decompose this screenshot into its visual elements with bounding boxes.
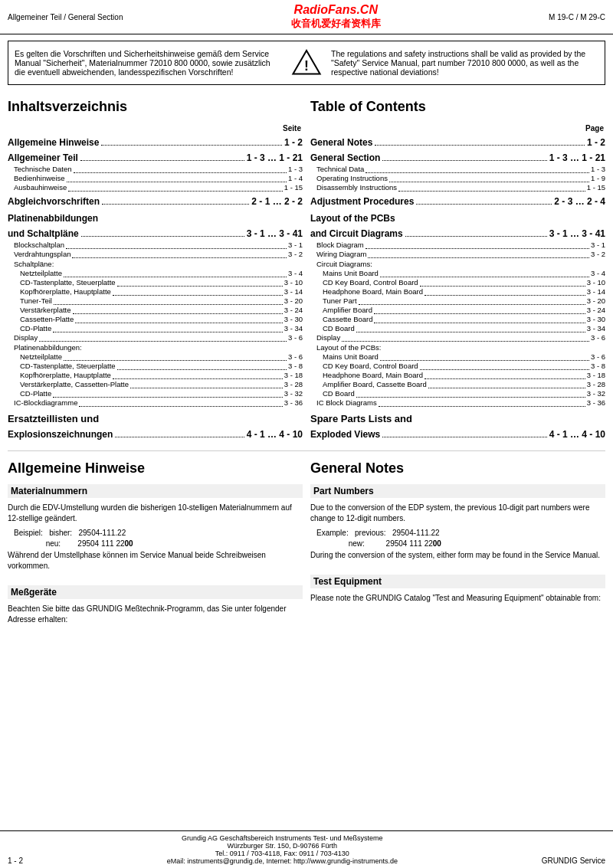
toc-entry: General Notes 1 - 2 [310,137,605,148]
content-para1-left: Durch die EDV-Umstellung wurden die bish… [8,503,303,524]
toc-entry-small: CD Key Board, Control Board 3 - 8 [323,362,605,370]
content-para3-left: Beachten Sie bitte das GRUNDIG Meßtechni… [8,604,303,625]
toc-page-label-right: Page [310,124,605,133]
footer-company: Grundig AG Geschäftsbereich Instruments … [23,834,542,842]
toc-entry-small: Ausbauhinweise 1 - 15 [14,183,303,192]
content-example-new-right: new: 29504 111 2200 [316,539,605,548]
content-subtitle2-right: Test Equipment [310,575,605,588]
toc-entry-small: Blockschaltplan 3 - 1 [14,241,303,249]
toc-entry-small: Tuner-Teil 3 - 20 [20,296,303,305]
toc-entry: and Circuit Diagrams 3 - 1 … 3 - 41 [310,228,605,239]
toc-section: Inhaltsverzeichnis Seite Allgemeine Hinw… [0,91,613,441]
content-column-left: Allgemeine Hinweise Materialnummern Durc… [8,460,303,630]
content-para2-left: Während der Umstellphase können im Servi… [8,550,303,572]
toc-entry: und Schaltpläne 3 - 1 … 3 - 41 [8,228,303,239]
content-subtitle1-left: Materialnummern [8,484,303,498]
toc-column-right: Table of Contents Page General Notes 1 -… [310,99,605,441]
toc-entry: Allgemeine Hinweise 1 - 2 [8,137,303,148]
toc-entry: Abgleichvorschriften 2 - 1 … 2 - 2 [8,196,303,207]
toc-entry-small: Block Diagram 3 - 1 [316,241,605,249]
content-example-new-left: neu: 29504 111 2200 [14,539,303,548]
toc-entry-small: Display 3 - 6 [14,333,303,342]
toc-entry-small: Kopfhörerplatte, Hauptplatte 3 - 14 [20,287,303,296]
toc-entry-small: Cassette Board 3 - 30 [323,315,605,323]
toc-entry-small: CD-Tastenplatte, Steuerplatte 3 - 8 [20,362,303,370]
section-divider [8,450,605,451]
toc-spare-heading: Ersatzteillisten und [8,413,303,424]
content-subtitle1-right: Part Numbers [310,484,605,498]
toc-entry-small: Amplifier Board, Cassette Board 3 - 28 [323,380,605,388]
toc-entry-small: IC Block Diagrams 3 - 36 [316,398,605,407]
page-footer: 1 - 2 Grundig AG Geschäftsbereich Instru… [0,830,613,868]
content-para1-right: Due to the conversion of the EDP system,… [310,503,605,524]
header-right: M 19-C / M 29-C [549,13,605,21]
toc-entry-small: Technical Data 1 - 3 [316,165,605,173]
warning-box: Es gelten die Vorschriften und Sicherhei… [8,41,605,85]
content-title-right: General Notes [310,460,605,477]
footer-tel: Tel.: 0911 / 703-4118, Fax: 0911 / 703-4… [23,850,542,857]
toc-entry-small: CD-Platte 3 - 34 [20,324,303,332]
toc-page-label-left: Seite [8,124,303,133]
toc-entry-small: CD Board 3 - 32 [323,389,605,398]
toc-entry-multiline1: Layout of the PCBs [310,213,605,224]
toc-entry: Adjustment Procedures 2 - 3 … 2 - 4 [310,196,605,207]
toc-entry-small: CD-Tastenplatte, Steuerplatte 3 - 10 [20,278,303,287]
content-subtitle2-left: Meßgeräte [8,585,303,599]
toc-entry-small: CD-Platte 3 - 32 [20,389,303,398]
toc-entry-small: Wiring Diagram 3 - 2 [316,250,605,258]
toc-entry-small: CD Board 3 - 34 [323,324,605,332]
toc-section-header: Schaltpläne: [14,260,303,268]
toc-entry: Allgemeiner Teil 1 - 3 … 1 - 21 [8,152,303,163]
toc-title-left: Inhaltsverzeichnis [8,99,303,115]
content-example-left: Beispiel: bisher: 29504-111.22 [14,529,303,537]
header-center: RadioFans.CN 收音机爱好者资料库 [291,3,381,31]
toc-entry-small: Disassembly Instructions 1 - 15 [316,183,605,192]
svg-text:!: ! [304,58,309,74]
toc-entry-small: Netzteilplatte 3 - 4 [20,269,303,277]
subtitle: 收音机爱好者资料库 [291,17,381,31]
toc-entry-small: Operating Instructions 1 - 9 [316,174,605,182]
toc-entry-small: Mains Unit Board 3 - 4 [323,269,605,277]
footer-address: Würzburger Str. 150, D-90766 Fürth [23,842,542,850]
toc-section-header: Layout of the PCBs: [316,343,605,352]
toc-section-header: Platinenabbildungen: [14,343,303,352]
toc-title-right: Table of Contents [310,99,605,115]
page-header: Allgemeiner Teil / General Section Radio… [0,0,613,34]
footer-brand: GRUNDIG Service [542,857,605,865]
toc-entry-small: Verstärkerplatte 3 - 24 [20,306,303,314]
warning-text-right: The regulations and safety instructions … [331,49,598,77]
toc-column-left: Inhaltsverzeichnis Seite Allgemeine Hinw… [8,99,303,441]
content-para3-right: Please note the GRUNDIG Catalog "Test an… [310,593,605,604]
content-column-right: General Notes Part Numbers Due to the co… [310,460,605,630]
site-title: RadioFans.CN [291,3,381,17]
toc-entry-small: Verdrahtungsplan 3 - 2 [14,250,303,258]
footer-email: eMail: instruments@grundig.de, Internet:… [23,857,542,865]
content-example-right: Example: previous: 29504-111.22 [316,529,605,537]
content-para2-right: During the conversion of the system, eit… [310,550,605,561]
warning-text-left: Es gelten die Vorschriften und Sicherhei… [15,49,282,77]
toc-entry-small: Display 3 - 6 [316,333,605,342]
toc-section-header: Circuit Diagrams: [316,260,605,268]
toc-entry-small: Amplifier Board 3 - 24 [323,306,605,314]
content-title-left: Allgemeine Hinweise [8,460,303,477]
footer-center: Grundig AG Geschäftsbereich Instruments … [23,834,542,865]
header-left: Allgemeiner Teil / General Section [8,13,123,21]
toc-entry-multiline1: Platinenabbildungen [8,213,303,224]
toc-entry-small: Headphone Board, Main Board 3 - 14 [323,287,605,296]
toc-entry: General Section 1 - 3 … 1 - 21 [310,152,605,163]
toc-entry-small: Kopfhörerplatte, Hauptplatte 3 - 18 [20,371,303,379]
toc-entry-small: IC-Blockdiagramme 3 - 36 [14,398,303,407]
toc-entry-small: Tuner Part 3 - 20 [323,296,605,305]
toc-entry-small: Headphone Board, Main Board 3 - 18 [323,371,605,379]
toc-entry-small: Bedienhinweise 1 - 4 [14,174,303,182]
footer-page-number: 1 - 2 [8,857,23,865]
toc-entry-small: Cassetten-Platte 3 - 30 [20,315,303,323]
toc-spare-heading-right: Spare Parts Lists and [310,413,605,424]
toc-entry-small: Verstärkerplatte, Cassetten-Platte 3 - 2… [20,380,303,388]
toc-entry: Explosionszeichnungen 4 - 1 … 4 - 10 [8,429,303,440]
content-section: Allgemeine Hinweise Materialnummern Durc… [0,460,613,630]
toc-entry-small: Technische Daten 1 - 3 [14,165,303,173]
toc-entry: Exploded Views 4 - 1 … 4 - 10 [310,429,605,440]
warning-icon: ! [291,47,322,78]
toc-entry-small: Mains Unit Board 3 - 6 [323,352,605,361]
